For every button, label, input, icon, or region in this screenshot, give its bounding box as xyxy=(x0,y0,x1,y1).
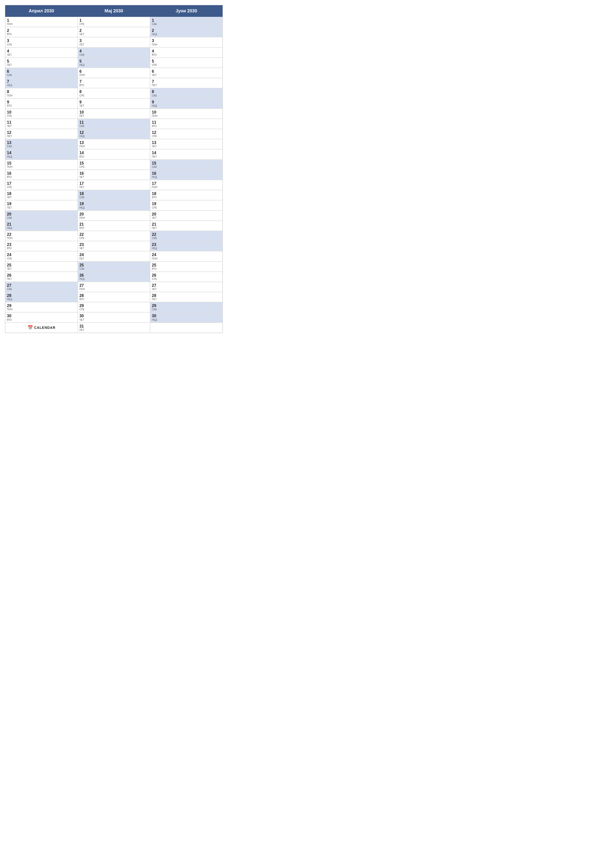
day-cell-m2-d8[interactable]: 8САБ xyxy=(150,88,222,98)
day-cell-m2-d4[interactable]: 4ВТО xyxy=(150,48,222,57)
day-cell-m0-d6[interactable]: 6САБ xyxy=(5,68,78,78)
day-cell-m2-d24[interactable]: 24ПОН xyxy=(150,251,222,261)
day-cell-m2-d6[interactable]: 6ЧЕТ xyxy=(150,68,222,78)
day-cell-m1-d29[interactable]: 29СРЕ xyxy=(78,302,150,312)
day-cell-m2-d27[interactable]: 27ЧЕТ xyxy=(150,282,222,292)
day-cell-m1-d16[interactable]: 16ЧЕТ xyxy=(78,170,150,180)
day-number: 14 xyxy=(79,150,149,155)
day-cell-m1-d25[interactable]: 25САБ xyxy=(78,262,150,272)
day-name: ПЕТ xyxy=(7,135,76,138)
day-cell-m2-d20[interactable]: 20ЧЕТ xyxy=(150,211,222,221)
day-cell-m2-d21[interactable]: 21ПЕТ xyxy=(150,221,222,231)
day-cell-m0-d25[interactable]: 25ЧЕТ xyxy=(5,262,78,272)
day-cell-m2-d13[interactable]: 13ЧЕТ xyxy=(150,139,222,149)
day-cell-m1-d12[interactable]: 12НЕД xyxy=(78,129,150,139)
day-cell-m0-d10[interactable]: 10СРЕ xyxy=(5,108,78,119)
day-number: 19 xyxy=(152,202,221,206)
day-cell-m0-d14[interactable]: 14НЕД xyxy=(5,149,78,160)
day-cell-m2-d22[interactable]: 22САБ xyxy=(150,231,222,241)
day-cell-m2-d23[interactable]: 23НЕД xyxy=(150,241,222,251)
day-cell-m1-d7[interactable]: 7ВТО xyxy=(78,78,150,88)
day-cell-m1-d6[interactable]: 6ПОН xyxy=(78,68,150,78)
day-cell-m1-d18[interactable]: 18САБ xyxy=(78,190,150,200)
day-cell-m1-d5[interactable]: 5НЕД xyxy=(78,57,150,68)
day-cell-m2-d17[interactable]: 17ПОН xyxy=(150,180,222,190)
day-cell-m0-d16[interactable]: 16ВТО xyxy=(5,170,78,180)
day-cell-m2-d5[interactable]: 5СРЕ xyxy=(150,57,222,68)
day-cell-m1-d1[interactable]: 1СРЕ xyxy=(78,17,150,27)
day-cell-m0-d26[interactable]: 26ПЕТ xyxy=(5,272,78,282)
day-cell-m0-d4[interactable]: 4ЧЕТ xyxy=(5,48,78,57)
day-cell-m1-d4[interactable]: 4САБ xyxy=(78,48,150,57)
day-cell-m1-d14[interactable]: 14ВТО xyxy=(78,149,150,160)
day-number: 29 xyxy=(152,303,221,308)
day-cell-m0-d11[interactable]: 11ЧЕТ xyxy=(5,119,78,129)
day-cell-m0-d7[interactable]: 7НЕД xyxy=(5,78,78,88)
day-cell-m1-d2[interactable]: 2ЧЕТ xyxy=(78,27,150,37)
day-cell-m0-d8[interactable]: 8ПОН xyxy=(5,88,78,98)
day-cell-m2-d7[interactable]: 7ПЕТ xyxy=(150,78,222,88)
day-cell-m0-d21[interactable]: 21НЕД xyxy=(5,221,78,231)
day-cell-m1-d3[interactable]: 3ПЕТ xyxy=(78,37,150,47)
day-cell-m2-d15[interactable]: 15САБ xyxy=(150,160,222,170)
day-cell-m1-d13[interactable]: 13ПОН xyxy=(78,139,150,149)
day-cell-m0-d9[interactable]: 9ВТО xyxy=(5,98,78,108)
day-cell-m1-d17[interactable]: 17ПЕТ xyxy=(78,180,150,190)
day-cell-m1-d20[interactable]: 20ПОН xyxy=(78,211,150,221)
day-cell-m1-d19[interactable]: 19НЕД xyxy=(78,200,150,210)
day-cell-m2-d14[interactable]: 14ПЕТ xyxy=(150,149,222,160)
day-cell-m0-d29[interactable]: 29ПОН xyxy=(5,302,78,312)
day-cell-m2-d2[interactable]: 2НЕД xyxy=(150,27,222,37)
day-cell-m0-d12[interactable]: 12ПЕТ xyxy=(5,129,78,139)
day-cell-m2-d25[interactable]: 25ВТО xyxy=(150,262,222,272)
day-name: ВТО xyxy=(79,227,149,229)
day-cell-m2-d11[interactable]: 11ВТО xyxy=(150,119,222,129)
day-cell-m0-d22[interactable]: 22ПОН xyxy=(5,231,78,241)
day-cell-m0-d27[interactable]: 27САБ xyxy=(5,282,78,292)
day-cell-m2-d3[interactable]: 3ПОН xyxy=(150,37,222,47)
day-cell-m1-d24[interactable]: 24ПЕТ xyxy=(78,251,150,261)
day-cell-m2-d30[interactable]: 30НЕД xyxy=(150,312,222,322)
day-cell-m1-d27[interactable]: 27ПОН xyxy=(78,282,150,292)
day-cell-m2-d19[interactable]: 19СРЕ xyxy=(150,200,222,210)
day-cell-m1-d15[interactable]: 15СРЕ xyxy=(78,160,150,170)
day-cell-m2-d26[interactable]: 26СРЕ xyxy=(150,272,222,282)
day-cell-m1-d26[interactable]: 26НЕД xyxy=(78,272,150,282)
day-cell-m0-d28[interactable]: 28НЕД xyxy=(5,292,78,302)
day-cell-m0-d19[interactable]: 19ПЕТ xyxy=(5,200,78,210)
day-cell-m2-d28[interactable]: 28ПЕТ xyxy=(150,292,222,302)
day-cell-m2-d18[interactable]: 18ВТО xyxy=(150,190,222,200)
day-cell-m1-d28[interactable]: 28ВТО xyxy=(78,292,150,302)
day-cell-m1-d23[interactable]: 23ЧЕТ xyxy=(78,241,150,251)
day-number: 6 xyxy=(79,69,149,74)
day-cell-m1-d11[interactable]: 11САБ xyxy=(78,119,150,129)
day-cell-m0-d2[interactable]: 2ВТО xyxy=(5,27,78,37)
day-cell-m0-d5[interactable]: 5ПЕТ xyxy=(5,57,78,68)
day-cell-m1-d30[interactable]: 30ЧЕТ xyxy=(78,312,150,322)
day-cell-m1-d9[interactable]: 9ЧЕТ xyxy=(78,98,150,108)
day-cell-m2-d29[interactable]: 29САБ xyxy=(150,302,222,312)
day-number: 22 xyxy=(152,232,221,237)
day-cell-m2-d1[interactable]: 1САБ xyxy=(150,17,222,27)
day-cell-m0-d15[interactable]: 15ПОН xyxy=(5,160,78,170)
day-cell-m0-d17[interactable]: 17СРЕ xyxy=(5,180,78,190)
day-cell-m1-d31[interactable]: 31ПЕТ xyxy=(78,322,150,333)
day-cell-m1-d21[interactable]: 21ВТО xyxy=(78,221,150,231)
day-cell-m0-d1[interactable]: 1ПОН xyxy=(5,17,78,27)
day-cell-m2-d12[interactable]: 12СРЕ xyxy=(150,129,222,139)
day-cell-m0-d3[interactable]: 3СРЕ xyxy=(5,37,78,47)
day-cell-m0-d13[interactable]: 13САБ xyxy=(5,139,78,149)
day-cell-m2-d10[interactable]: 10ПОН xyxy=(150,108,222,119)
day-number: 5 xyxy=(152,59,221,64)
day-cell-m1-d22[interactable]: 22СРЕ xyxy=(78,231,150,241)
day-cell-m0-d18[interactable]: 18ЧЕТ xyxy=(5,190,78,200)
day-cell-m2-d16[interactable]: 16НЕД xyxy=(150,170,222,180)
day-cell-m0-d20[interactable]: 20САБ xyxy=(5,211,78,221)
day-cell-m1-d8[interactable]: 8СРЕ xyxy=(78,88,150,98)
day-cell-m2-d9[interactable]: 9НЕД xyxy=(150,98,222,108)
day-cell-m1-d10[interactable]: 10ПЕТ xyxy=(78,108,150,119)
day-cell-m0-d23[interactable]: 23ВТО xyxy=(5,241,78,251)
day-cell-m0-d30[interactable]: 30ВТО xyxy=(5,312,78,322)
day-cell-m0-d24[interactable]: 24СРЕ xyxy=(5,251,78,261)
day-number: 15 xyxy=(79,161,149,166)
